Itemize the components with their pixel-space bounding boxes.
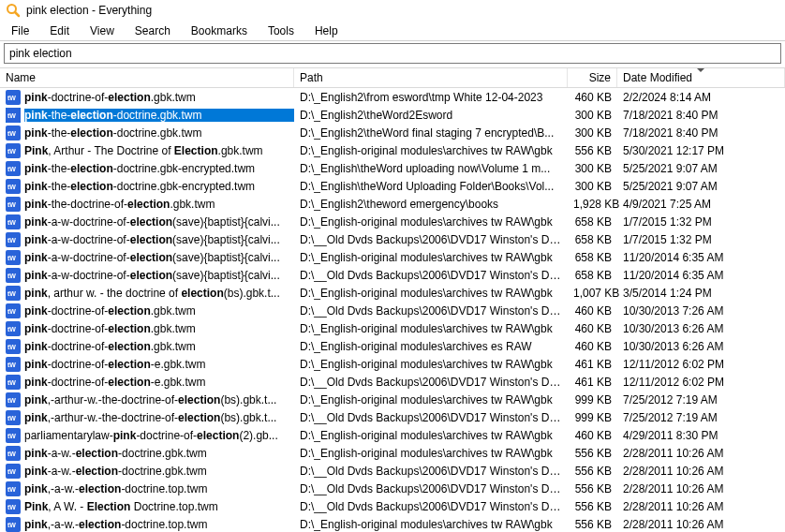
svg-text:tW: tW <box>7 451 16 457</box>
cell-path: D:\_English-original modules\archives tw… <box>294 393 568 406</box>
result-row[interactable]: tWparliamentarylaw-pink-doctrine-of-elec… <box>0 426 785 444</box>
file-icon: tW <box>6 90 21 105</box>
cell-date: 10/30/2013 6:26 AM <box>617 322 785 335</box>
svg-text:tW: tW <box>7 522 16 528</box>
cell-date: 1/7/2015 1:32 PM <box>617 215 785 229</box>
menu-bookmarks[interactable]: Bookmarks <box>185 22 257 39</box>
cell-path: D:\__Old Dvds Backups\2006\DVD17 Winston… <box>294 500 568 513</box>
file-icon: tW <box>6 303 21 318</box>
cell-size: 556 KB <box>568 447 617 460</box>
cell-size: 300 KB <box>568 180 617 193</box>
result-row[interactable]: tWpink-a-w.-election-doctrine.gbk.twmD:\… <box>0 444 785 462</box>
svg-text:tW: tW <box>7 290 16 297</box>
cell-name: pink-the-election-doctrine.gbk-encrypted… <box>24 162 294 175</box>
result-row[interactable]: tWpink-the-election-doctrine.gbk.twmD:\_… <box>0 106 785 124</box>
cell-path: D:\_English-original modules\archives tw… <box>294 358 568 371</box>
result-row[interactable]: tWpink,-arthur-w.-the-doctrine-of-electi… <box>0 391 785 408</box>
result-row[interactable]: tWpink-a-w.-election-doctrine.gbk.twmD:\… <box>0 462 785 480</box>
cell-size: 460 KB <box>568 429 617 442</box>
cell-size: 461 KB <box>568 358 617 371</box>
svg-text:tW: tW <box>7 112 16 119</box>
result-row[interactable]: tWpink-the-election-doctrine.gbk-encrypt… <box>0 177 785 195</box>
sort-descending-icon <box>697 68 704 72</box>
cell-name: Pink, Arthur - The Doctrine of Election.… <box>24 144 294 157</box>
result-row[interactable]: tWpink-a-w-doctrine-of-election(save){ba… <box>0 266 785 284</box>
window-title: pink election - Everything <box>26 4 152 17</box>
cell-size: 658 KB <box>568 251 617 264</box>
menu-view[interactable]: View <box>84 22 124 39</box>
result-row[interactable]: tWpink-the-election-doctrine.gbk.twmD:\_… <box>0 124 785 141</box>
result-row[interactable]: tWpink-doctrine-of-election.gbk.twmD:\_E… <box>0 319 785 337</box>
result-row[interactable]: tWpink,-a-w.-election-doctrine.top.twmD:… <box>0 480 785 497</box>
cell-path: D:\_English2\theword emergency\books <box>294 198 568 211</box>
cell-path: D:\__Old Dvds Backups\2006\DVD17 Winston… <box>294 233 568 246</box>
cell-size: 1,007 KB <box>568 287 617 300</box>
cell-name: Pink, A W. - Election Doctrine.top.twm <box>24 500 294 513</box>
column-header-name[interactable]: Name <box>0 68 294 87</box>
cell-size: 1,928 KB <box>568 198 617 211</box>
menu-help[interactable]: Help <box>309 22 348 39</box>
cell-name: pink-a-w.-election-doctrine.gbk.twm <box>24 465 294 478</box>
cell-name: pink-a-w-doctrine-of-election(save){bapt… <box>24 251 294 264</box>
cell-date: 5/25/2021 9:07 AM <box>617 180 785 193</box>
result-row[interactable]: tWpink-a-w-doctrine-of-election(save){ba… <box>0 213 785 230</box>
menu-tools[interactable]: Tools <box>262 22 304 39</box>
cell-size: 658 KB <box>568 233 617 246</box>
result-row[interactable]: tWpink-a-w-doctrine-of-election(save){ba… <box>0 248 785 266</box>
cell-path: D:\__Old Dvds Backups\2006\DVD17 Winston… <box>294 482 568 495</box>
cell-path: D:\_English-original modules\archives tw… <box>294 251 568 264</box>
cell-date: 2/28/2011 10:26 AM <box>617 518 785 531</box>
result-row[interactable]: tWpink-the-doctrine-of-election.gbk.twmD… <box>0 195 785 213</box>
svg-text:tW: tW <box>7 362 16 368</box>
result-row[interactable]: tWpink-doctrine-of-election.gbk.twmD:\_E… <box>0 88 785 106</box>
cell-date: 5/30/2021 12:17 PM <box>617 144 785 157</box>
column-header-date[interactable]: Date Modified <box>617 68 785 87</box>
result-row[interactable]: tWpink-doctrine-of-election.gbk.twmD:\_E… <box>0 337 785 355</box>
result-row[interactable]: tWpink,-a-w.-election-doctrine.top.twmD:… <box>0 515 785 532</box>
svg-text:tW: tW <box>7 219 16 226</box>
cell-date: 12/11/2012 6:02 PM <box>617 358 785 371</box>
svg-text:tW: tW <box>7 201 16 208</box>
result-row[interactable]: tWpink-the-election-doctrine.gbk-encrypt… <box>0 159 785 177</box>
menu-search[interactable]: Search <box>129 22 180 39</box>
cell-date: 5/25/2021 9:07 AM <box>617 162 785 175</box>
cell-name: pink-doctrine-of-election-e.gbk.twm <box>24 358 294 371</box>
cell-name: parliamentarylaw-pink-doctrine-of-electi… <box>24 429 294 442</box>
cell-date: 4/29/2011 8:30 PM <box>617 429 785 442</box>
result-row[interactable]: tWpink-doctrine-of-election-e.gbk.twmD:\… <box>0 373 785 391</box>
results-list[interactable]: tWpink-doctrine-of-election.gbk.twmD:\_E… <box>0 88 785 532</box>
result-row[interactable]: tWPink, Arthur - The Doctrine of Electio… <box>0 141 785 159</box>
result-row[interactable]: tWpink-doctrine-of-election-e.gbk.twmD:\… <box>0 355 785 373</box>
menu-edit[interactable]: Edit <box>44 22 79 39</box>
cell-size: 460 KB <box>568 322 617 335</box>
column-header-size[interactable]: Size <box>568 68 617 87</box>
result-row[interactable]: tWpink-doctrine-of-election.gbk.twmD:\__… <box>0 302 785 319</box>
svg-text:tW: tW <box>7 166 16 172</box>
cell-path: D:\__Old Dvds Backups\2006\DVD17 Winston… <box>294 269 568 282</box>
cell-path: D:\_English2\theWord2Esword <box>294 109 568 122</box>
svg-text:tW: tW <box>7 397 16 404</box>
cell-size: 556 KB <box>568 144 617 157</box>
file-icon: tW <box>6 375 21 390</box>
file-icon: tW <box>6 108 21 123</box>
result-row[interactable]: tWpink, arthur w. - the doctrine of elec… <box>0 284 785 302</box>
svg-text:tW: tW <box>7 433 16 439</box>
result-row[interactable]: tWPink, A W. - Election Doctrine.top.twm… <box>0 497 785 515</box>
file-icon: tW <box>6 250 21 265</box>
cell-date: 4/9/2021 7:25 AM <box>617 198 785 211</box>
file-icon: tW <box>6 517 21 532</box>
search-input[interactable] <box>5 44 780 63</box>
cell-date: 7/25/2012 7:19 AM <box>617 411 785 424</box>
svg-line-1 <box>15 12 19 16</box>
menu-file[interactable]: File <box>6 22 38 39</box>
cell-date: 2/28/2011 10:26 AM <box>617 465 785 478</box>
cell-name: pink-the-election-doctrine.gbk.twm <box>24 126 294 140</box>
result-row[interactable]: tWpink-a-w-doctrine-of-election(save){ba… <box>0 230 785 248</box>
cell-name: pink-the-doctrine-of-election.gbk.twm <box>24 198 294 211</box>
column-header-path[interactable]: Path <box>294 68 568 87</box>
cell-date: 2/28/2011 10:26 AM <box>617 482 785 495</box>
result-row[interactable]: tWpink,-arthur-w.-the-doctrine-of-electi… <box>0 408 785 426</box>
cell-size: 300 KB <box>568 162 617 175</box>
cell-path: D:\_English-original modules\archives tw… <box>294 447 568 460</box>
svg-text:tW: tW <box>7 415 16 421</box>
